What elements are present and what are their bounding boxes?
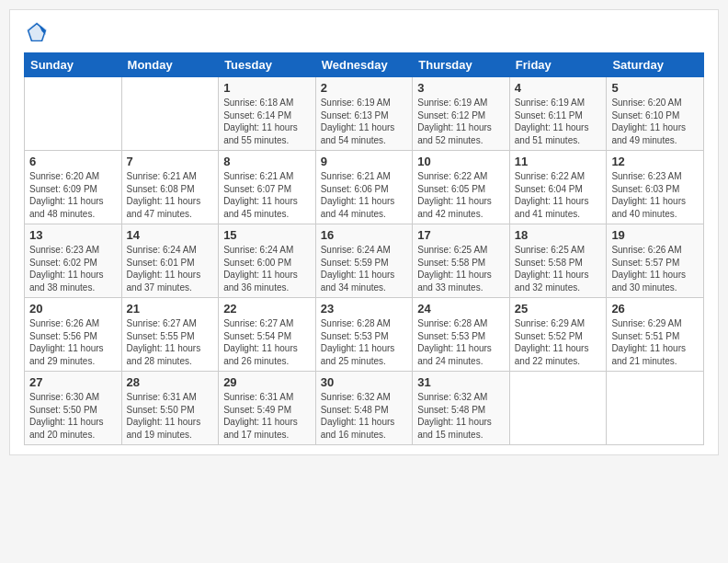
day-number: 11	[515, 155, 602, 168]
day-info: Sunrise: 6:23 AM Sunset: 6:03 PM Dayligh…	[611, 170, 699, 220]
day-number: 13	[29, 228, 117, 242]
day-info: Sunrise: 6:27 AM Sunset: 5:54 PM Dayligh…	[223, 317, 311, 367]
logo-icon	[24, 19, 50, 45]
column-header-saturday: Saturday	[607, 53, 704, 77]
day-number: 22	[223, 302, 311, 316]
day-info: Sunrise: 6:30 AM Sunset: 5:50 PM Dayligh…	[29, 391, 117, 441]
day-number: 28	[127, 375, 214, 389]
calendar-cell: 28Sunrise: 6:31 AM Sunset: 5:50 PM Dayli…	[121, 372, 219, 445]
calendar-cell	[121, 77, 219, 151]
calendar-cell: 2Sunrise: 6:19 AM Sunset: 6:13 PM Daylig…	[315, 77, 413, 151]
calendar-cell: 4Sunrise: 6:19 AM Sunset: 6:11 PM Daylig…	[509, 77, 607, 151]
day-info: Sunrise: 6:24 AM Sunset: 6:00 PM Dayligh…	[223, 244, 311, 293]
day-info: Sunrise: 6:29 AM Sunset: 5:51 PM Dayligh…	[611, 317, 699, 367]
calendar-cell: 16Sunrise: 6:24 AM Sunset: 5:59 PM Dayli…	[315, 224, 413, 298]
column-header-thursday: Thursday	[413, 53, 510, 77]
calendar-cell: 7Sunrise: 6:21 AM Sunset: 6:08 PM Daylig…	[121, 151, 219, 224]
week-row-2: 6Sunrise: 6:20 AM Sunset: 6:09 PM Daylig…	[25, 151, 704, 224]
day-number: 31	[417, 375, 505, 389]
week-row-1: 1Sunrise: 6:18 AM Sunset: 6:14 PM Daylig…	[25, 77, 704, 151]
day-number: 4	[515, 81, 602, 95]
day-info: Sunrise: 6:28 AM Sunset: 5:53 PM Dayligh…	[417, 317, 505, 367]
day-info: Sunrise: 6:20 AM Sunset: 6:09 PM Dayligh…	[29, 170, 117, 220]
calendar-cell: 24Sunrise: 6:28 AM Sunset: 5:53 PM Dayli…	[413, 298, 510, 372]
header-row: SundayMondayTuesdayWednesdayThursdayFrid…	[25, 53, 704, 77]
day-number: 14	[127, 228, 214, 242]
column-header-monday: Monday	[121, 53, 219, 77]
day-info: Sunrise: 6:21 AM Sunset: 6:06 PM Dayligh…	[321, 170, 408, 220]
day-number: 1	[223, 81, 311, 95]
day-info: Sunrise: 6:25 AM Sunset: 5:58 PM Dayligh…	[515, 244, 602, 293]
calendar-cell: 13Sunrise: 6:23 AM Sunset: 6:02 PM Dayli…	[25, 224, 122, 298]
day-info: Sunrise: 6:27 AM Sunset: 5:55 PM Dayligh…	[127, 317, 214, 367]
calendar-cell: 18Sunrise: 6:25 AM Sunset: 5:58 PM Dayli…	[509, 224, 607, 298]
day-info: Sunrise: 6:18 AM Sunset: 6:14 PM Dayligh…	[223, 97, 311, 146]
column-header-tuesday: Tuesday	[219, 53, 316, 77]
day-number: 20	[29, 302, 117, 316]
day-info: Sunrise: 6:31 AM Sunset: 5:50 PM Dayligh…	[127, 391, 214, 441]
day-number: 29	[223, 375, 311, 389]
week-row-5: 27Sunrise: 6:30 AM Sunset: 5:50 PM Dayli…	[25, 372, 704, 445]
calendar-table: SundayMondayTuesdayWednesdayThursdayFrid…	[24, 52, 704, 445]
day-info: Sunrise: 6:25 AM Sunset: 5:58 PM Dayligh…	[417, 244, 505, 293]
day-number: 27	[29, 375, 117, 389]
day-info: Sunrise: 6:19 AM Sunset: 6:13 PM Dayligh…	[321, 97, 408, 146]
day-info: Sunrise: 6:29 AM Sunset: 5:52 PM Dayligh…	[515, 317, 602, 367]
day-info: Sunrise: 6:19 AM Sunset: 6:11 PM Dayligh…	[515, 97, 602, 146]
day-number: 30	[321, 375, 408, 389]
week-row-4: 20Sunrise: 6:26 AM Sunset: 5:56 PM Dayli…	[25, 298, 704, 372]
header	[24, 19, 704, 45]
day-info: Sunrise: 6:22 AM Sunset: 6:04 PM Dayligh…	[515, 170, 602, 220]
calendar-cell: 11Sunrise: 6:22 AM Sunset: 6:04 PM Dayli…	[509, 151, 607, 224]
calendar-cell: 31Sunrise: 6:32 AM Sunset: 5:48 PM Dayli…	[413, 372, 510, 445]
day-number: 9	[321, 155, 408, 168]
calendar-cell: 26Sunrise: 6:29 AM Sunset: 5:51 PM Dayli…	[607, 298, 704, 372]
day-info: Sunrise: 6:22 AM Sunset: 6:05 PM Dayligh…	[417, 170, 505, 220]
day-number: 26	[611, 302, 699, 316]
day-number: 7	[127, 155, 214, 168]
day-number: 18	[515, 228, 602, 242]
calendar-cell: 22Sunrise: 6:27 AM Sunset: 5:54 PM Dayli…	[219, 298, 316, 372]
day-info: Sunrise: 6:26 AM Sunset: 5:56 PM Dayligh…	[29, 317, 117, 367]
day-info: Sunrise: 6:21 AM Sunset: 6:07 PM Dayligh…	[223, 170, 311, 220]
calendar-cell: 23Sunrise: 6:28 AM Sunset: 5:53 PM Dayli…	[315, 298, 413, 372]
column-header-wednesday: Wednesday	[315, 53, 413, 77]
calendar-cell: 12Sunrise: 6:23 AM Sunset: 6:03 PM Dayli…	[607, 151, 704, 224]
calendar-cell: 3Sunrise: 6:19 AM Sunset: 6:12 PM Daylig…	[413, 77, 510, 151]
day-number: 5	[611, 81, 699, 95]
calendar-cell: 19Sunrise: 6:26 AM Sunset: 5:57 PM Dayli…	[607, 224, 704, 298]
day-number: 16	[321, 228, 408, 242]
day-number: 12	[611, 155, 699, 168]
day-number: 23	[321, 302, 408, 316]
day-number: 15	[223, 228, 311, 242]
day-info: Sunrise: 6:24 AM Sunset: 6:01 PM Dayligh…	[127, 244, 214, 293]
logo	[24, 19, 53, 45]
calendar-cell: 29Sunrise: 6:31 AM Sunset: 5:49 PM Dayli…	[219, 372, 316, 445]
column-header-sunday: Sunday	[25, 53, 122, 77]
calendar-cell: 15Sunrise: 6:24 AM Sunset: 6:00 PM Dayli…	[219, 224, 316, 298]
day-info: Sunrise: 6:21 AM Sunset: 6:08 PM Dayligh…	[127, 170, 214, 220]
day-number: 17	[417, 228, 505, 242]
calendar-container: SundayMondayTuesdayWednesdayThursdayFrid…	[9, 9, 719, 455]
calendar-cell	[607, 372, 704, 445]
calendar-cell: 5Sunrise: 6:20 AM Sunset: 6:10 PM Daylig…	[607, 77, 704, 151]
calendar-cell: 10Sunrise: 6:22 AM Sunset: 6:05 PM Dayli…	[413, 151, 510, 224]
day-number: 6	[29, 155, 117, 168]
calendar-cell: 1Sunrise: 6:18 AM Sunset: 6:14 PM Daylig…	[219, 77, 316, 151]
calendar-cell: 30Sunrise: 6:32 AM Sunset: 5:48 PM Dayli…	[315, 372, 413, 445]
calendar-cell: 27Sunrise: 6:30 AM Sunset: 5:50 PM Dayli…	[25, 372, 122, 445]
day-info: Sunrise: 6:23 AM Sunset: 6:02 PM Dayligh…	[29, 244, 117, 293]
day-number: 10	[417, 155, 505, 168]
calendar-cell: 6Sunrise: 6:20 AM Sunset: 6:09 PM Daylig…	[25, 151, 122, 224]
day-number: 19	[611, 228, 699, 242]
calendar-cell	[509, 372, 607, 445]
day-info: Sunrise: 6:31 AM Sunset: 5:49 PM Dayligh…	[223, 391, 311, 441]
column-header-friday: Friday	[509, 53, 607, 77]
calendar-cell: 8Sunrise: 6:21 AM Sunset: 6:07 PM Daylig…	[219, 151, 316, 224]
day-info: Sunrise: 6:32 AM Sunset: 5:48 PM Dayligh…	[321, 391, 408, 441]
day-number: 25	[515, 302, 602, 316]
calendar-cell: 9Sunrise: 6:21 AM Sunset: 6:06 PM Daylig…	[315, 151, 413, 224]
day-number: 3	[417, 81, 505, 95]
calendar-cell: 21Sunrise: 6:27 AM Sunset: 5:55 PM Dayli…	[121, 298, 219, 372]
calendar-cell	[25, 77, 122, 151]
